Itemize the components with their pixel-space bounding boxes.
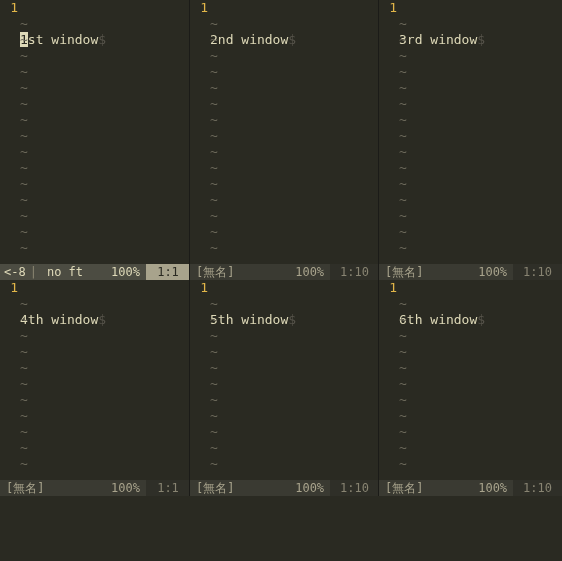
buffer-text[interactable]: 5th window$ ~ ~ ~ ~ ~ ~ ~ ~ ~ ~ ~	[210, 280, 379, 480]
buffer-line: 3rd window$	[399, 32, 562, 48]
status-percent: 100%	[289, 265, 330, 279]
status-buffer-name: [無名]	[190, 480, 240, 497]
line-number-gutter: 1	[190, 280, 210, 480]
window-4[interactable]: 1 4th window$ ~ ~ ~ ~ ~ ~ ~ ~ ~ ~ ~ [無名]…	[0, 280, 190, 496]
buffer-area[interactable]: 1 1st window$ ~ ~ ~ ~ ~ ~ ~ ~ ~ ~ ~ ~ ~ …	[0, 0, 190, 264]
window-1[interactable]: 1 1st window$ ~ ~ ~ ~ ~ ~ ~ ~ ~ ~ ~ ~ ~ …	[0, 0, 190, 280]
split-row-top: 1 1st window$ ~ ~ ~ ~ ~ ~ ~ ~ ~ ~ ~ ~ ~ …	[0, 0, 562, 280]
status-position: 1:1	[146, 480, 190, 496]
buffer-line: 5th window$	[210, 312, 379, 328]
buffer-line: 4th window$	[20, 312, 190, 328]
eol-marker: $	[477, 32, 485, 47]
window-3[interactable]: 1 3rd window$ ~ ~ ~ ~ ~ ~ ~ ~ ~ ~ ~ ~ ~ …	[379, 0, 562, 280]
status-line: [無名] 100% 1:10	[379, 264, 562, 280]
empty-line-tildes: ~ ~ ~ ~ ~ ~ ~ ~ ~ ~ ~ ~ ~ ~ ~	[20, 16, 28, 256]
line-number: 1	[10, 280, 18, 295]
status-line: [無名] 100% 1:10	[190, 264, 379, 280]
status-line: [無名] 100% 1:10	[379, 480, 562, 496]
line-number: 1	[10, 0, 18, 15]
status-separator: |	[26, 265, 41, 279]
status-percent: 100%	[105, 265, 146, 279]
status-buffer-name: [無名]	[379, 480, 429, 497]
buffer-line: 6th window$	[399, 312, 562, 328]
window-6[interactable]: 1 6th window$ ~ ~ ~ ~ ~ ~ ~ ~ ~ ~ ~ [無名]…	[379, 280, 562, 496]
status-position: 1:10	[330, 480, 379, 496]
buffer-text[interactable]: 6th window$ ~ ~ ~ ~ ~ ~ ~ ~ ~ ~ ~	[399, 280, 562, 480]
eol-marker: $	[288, 312, 296, 327]
buffer-line: 2nd window$	[210, 32, 379, 48]
window-5[interactable]: 1 5th window$ ~ ~ ~ ~ ~ ~ ~ ~ ~ ~ ~ [無名]…	[190, 280, 379, 496]
line-number-gutter: 1	[190, 0, 210, 264]
buffer-area[interactable]: 1 6th window$ ~ ~ ~ ~ ~ ~ ~ ~ ~ ~ ~	[379, 280, 562, 480]
vim-editor: 1 1st window$ ~ ~ ~ ~ ~ ~ ~ ~ ~ ~ ~ ~ ~ …	[0, 0, 562, 561]
buffer-area[interactable]: 1 2nd window$ ~ ~ ~ ~ ~ ~ ~ ~ ~ ~ ~ ~ ~ …	[190, 0, 379, 264]
line-number: 1	[200, 280, 208, 295]
status-line: [無名] 100% 1:10	[190, 480, 379, 496]
status-buffer-name: [無名]	[0, 480, 50, 497]
status-line: [無名] 100% 1:1	[0, 480, 190, 496]
status-buffer-name: [無名]	[190, 264, 240, 281]
status-line-active: <-8 | no ft 100% 1:1	[0, 264, 190, 280]
status-buffer-name: [無名]	[379, 264, 429, 281]
status-percent: 100%	[472, 481, 513, 495]
buffer-area[interactable]: 1 4th window$ ~ ~ ~ ~ ~ ~ ~ ~ ~ ~ ~	[0, 280, 190, 480]
status-percent: 100%	[472, 265, 513, 279]
status-filetype: no ft	[41, 265, 89, 279]
buffer-text[interactable]: 3rd window$ ~ ~ ~ ~ ~ ~ ~ ~ ~ ~ ~ ~ ~ ~ …	[399, 0, 562, 264]
status-percent: 100%	[105, 481, 146, 495]
buffer-text[interactable]: 2nd window$ ~ ~ ~ ~ ~ ~ ~ ~ ~ ~ ~ ~ ~ ~ …	[210, 0, 379, 264]
buffer-area[interactable]: 1 5th window$ ~ ~ ~ ~ ~ ~ ~ ~ ~ ~ ~	[190, 280, 379, 480]
command-line-area[interactable]	[0, 496, 562, 561]
empty-line-tildes: ~ ~ ~ ~ ~ ~ ~ ~ ~ ~ ~	[210, 296, 218, 472]
buffer-line: 1st window$	[20, 32, 190, 48]
status-position: 1:1	[146, 264, 190, 280]
line-number: 1	[389, 0, 397, 15]
eol-marker: $	[98, 32, 106, 47]
status-position: 1:10	[330, 264, 379, 280]
split-row-bottom: 1 4th window$ ~ ~ ~ ~ ~ ~ ~ ~ ~ ~ ~ [無名]…	[0, 280, 562, 496]
line-number-gutter: 1	[0, 280, 20, 480]
status-buffer-indicator: <-8	[0, 265, 26, 279]
buffer-area[interactable]: 1 3rd window$ ~ ~ ~ ~ ~ ~ ~ ~ ~ ~ ~ ~ ~ …	[379, 0, 562, 264]
status-percent: 100%	[289, 481, 330, 495]
empty-line-tildes: ~ ~ ~ ~ ~ ~ ~ ~ ~ ~ ~ ~ ~ ~ ~	[399, 16, 407, 256]
line-number-gutter: 1	[0, 0, 20, 264]
line-number: 1	[389, 280, 397, 295]
empty-line-tildes: ~ ~ ~ ~ ~ ~ ~ ~ ~ ~ ~ ~ ~ ~ ~	[210, 16, 218, 256]
eol-marker: $	[288, 32, 296, 47]
status-position: 1:10	[513, 480, 562, 496]
empty-line-tildes: ~ ~ ~ ~ ~ ~ ~ ~ ~ ~ ~	[399, 296, 407, 472]
eol-marker: $	[477, 312, 485, 327]
line-number-gutter: 1	[379, 0, 399, 264]
eol-marker: $	[98, 312, 106, 327]
status-position: 1:10	[513, 264, 562, 280]
line-number: 1	[200, 0, 208, 15]
window-2[interactable]: 1 2nd window$ ~ ~ ~ ~ ~ ~ ~ ~ ~ ~ ~ ~ ~ …	[190, 0, 379, 280]
buffer-text[interactable]: 1st window$ ~ ~ ~ ~ ~ ~ ~ ~ ~ ~ ~ ~ ~ ~ …	[20, 0, 190, 264]
buffer-text[interactable]: 4th window$ ~ ~ ~ ~ ~ ~ ~ ~ ~ ~ ~	[20, 280, 190, 480]
line-number-gutter: 1	[379, 280, 399, 480]
empty-line-tildes: ~ ~ ~ ~ ~ ~ ~ ~ ~ ~ ~	[20, 296, 28, 472]
